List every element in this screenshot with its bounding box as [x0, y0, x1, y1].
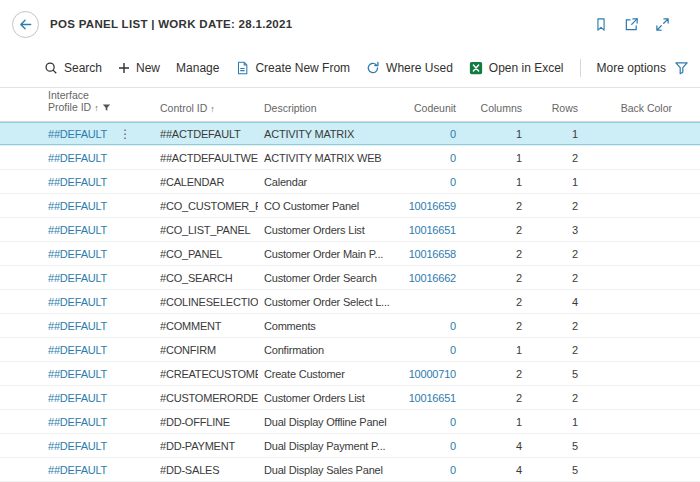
create-new-from-label: Create New From — [255, 61, 350, 75]
back-button[interactable] — [12, 11, 39, 38]
more-options-button[interactable]: More options — [589, 56, 674, 80]
profile-id-link[interactable]: ##DEFAULT — [48, 440, 107, 452]
table-row[interactable]: ##DEFAULT ⋮ #COLINESELECTION Customer Or… — [0, 290, 700, 314]
page-header-icons — [594, 17, 670, 32]
column-header-description[interactable]: Description — [258, 102, 398, 121]
column-header-codeunit[interactable]: Codeunit — [398, 102, 464, 121]
interface-profile-id-cell: ##DEFAULT ⋮ — [42, 440, 154, 452]
sort-asc-icon: ↑ — [94, 103, 99, 113]
codeunit-link[interactable]: 10016658 — [398, 248, 464, 260]
row-menu-icon[interactable]: ⋮ — [119, 128, 131, 140]
profile-id-link[interactable]: ##DEFAULT — [48, 224, 107, 236]
codeunit-link[interactable]: 0 — [398, 440, 464, 452]
interface-profile-id-cell: ##DEFAULT ⋮ — [42, 152, 154, 164]
profile-id-link[interactable]: ##DEFAULT — [48, 416, 107, 428]
pos-panel-table: Interface Profile ID↑ Control ID↑ Descri… — [0, 88, 700, 482]
profile-id-link[interactable]: ##DEFAULT — [48, 464, 107, 476]
column-header-rows[interactable]: Rows — [530, 102, 586, 121]
new-button[interactable]: New — [110, 56, 168, 80]
table-row[interactable]: ##DEFAULT ⋮ #DD-SALES Dual Display Sales… — [0, 458, 700, 482]
codeunit-link[interactable]: 10000710 — [398, 368, 464, 380]
column-header-columns[interactable]: Columns — [464, 102, 530, 121]
codeunit-link[interactable]: 0 — [398, 176, 464, 188]
columns-cell: 4 — [464, 440, 530, 452]
control-id-cell: #DD-PAYMENT — [154, 440, 258, 452]
codeunit-link[interactable]: 0 — [398, 344, 464, 356]
interface-profile-id-cell: ##DEFAULT ⋮ — [42, 296, 154, 308]
toolbar-separator — [580, 59, 581, 77]
table-row[interactable]: ##DEFAULT ⋮ #CO_CUSTOMER_PANEL CO Custom… — [0, 194, 700, 218]
excel-icon — [469, 61, 483, 75]
sort-asc-icon: ↑ — [210, 104, 215, 114]
codeunit-link[interactable]: 0 — [398, 128, 464, 140]
profile-id-link[interactable]: ##DEFAULT — [48, 344, 107, 356]
columns-cell: 1 — [464, 416, 530, 428]
interface-profile-id-cell: ##DEFAULT ⋮ — [42, 464, 154, 476]
table-row[interactable]: ##DEFAULT ⋮ #CUSTOMERORDERLIST Customer … — [0, 386, 700, 410]
table-row[interactable]: ##DEFAULT ⋮ #CONFIRM Confirmation 0 1 2 — [0, 338, 700, 362]
profile-id-link[interactable]: ##DEFAULT — [48, 392, 107, 404]
codeunit-link[interactable]: 10016662 — [398, 272, 464, 284]
profile-id-link[interactable]: ##DEFAULT — [48, 152, 107, 164]
expand-icon[interactable] — [655, 17, 670, 32]
columns-cell: 1 — [464, 176, 530, 188]
column-header-control-id[interactable]: Control ID↑ — [154, 102, 258, 121]
control-id-cell: #CUSTOMERORDERLIST — [154, 392, 258, 404]
table-row[interactable]: ##DEFAULT ⋮ #CO_PANEL Customer Order Mai… — [0, 242, 700, 266]
profile-id-link[interactable]: ##DEFAULT — [48, 176, 107, 188]
table-row[interactable]: ##DEFAULT ⋮ #CO_LIST_PANEL Customer Orde… — [0, 218, 700, 242]
control-id-cell: #DD-SALES — [154, 464, 258, 476]
table-row[interactable]: ##DEFAULT ⋮ #CALENDAR Calendar 0 1 1 — [0, 170, 700, 194]
back-arrow-icon — [18, 17, 33, 32]
codeunit-link[interactable]: 10016651 — [398, 224, 464, 236]
rows-cell: 2 — [530, 320, 586, 332]
table-row[interactable]: ##DEFAULT ⋮ #DD-PAYMENT Dual Display Pay… — [0, 434, 700, 458]
profile-id-link[interactable]: ##DEFAULT — [48, 128, 107, 140]
column-header-back-color[interactable]: Back Color — [586, 102, 700, 121]
table-row[interactable]: ##DEFAULT ⋮ ##ACTDEFAULTWEB ACTIVITY MAT… — [0, 146, 700, 170]
control-id-cell: #CALENDAR — [154, 176, 258, 188]
interface-profile-id-cell: ##DEFAULT ⋮ — [42, 320, 154, 332]
codeunit-link[interactable]: 0 — [398, 320, 464, 332]
where-used-button[interactable]: Where Used — [358, 56, 461, 80]
interface-profile-id-cell: ##DEFAULT ⋮ — [42, 200, 154, 212]
table-row[interactable]: ##DEFAULT ⋮ ##ACTDEFAULT ACTIVITY MATRIX… — [0, 122, 700, 146]
open-in-excel-button[interactable]: Open in Excel — [461, 56, 572, 80]
manage-button[interactable]: Manage — [168, 56, 227, 80]
profile-id-link[interactable]: ##DEFAULT — [48, 272, 107, 284]
columns-cell: 2 — [464, 368, 530, 380]
table-row[interactable]: ##DEFAULT ⋮ #CO_SEARCH Customer Order Se… — [0, 266, 700, 290]
table-row[interactable]: ##DEFAULT ⋮ #COMMENT Comments 0 2 2 — [0, 314, 700, 338]
filter-icon[interactable] — [674, 60, 689, 75]
column-header-interface-profile-id[interactable]: Interface Profile ID↑ — [42, 89, 154, 121]
control-id-cell: #CO_PANEL — [154, 248, 258, 260]
profile-id-link[interactable]: ##DEFAULT — [48, 296, 107, 308]
codeunit-link[interactable]: 10016659 — [398, 200, 464, 212]
create-new-from-button[interactable]: Create New From — [227, 56, 358, 80]
search-button[interactable]: Search — [36, 56, 110, 80]
codeunit-link[interactable]: 0 — [398, 416, 464, 428]
codeunit-link[interactable]: 0 — [398, 464, 464, 476]
profile-id-link[interactable]: ##DEFAULT — [48, 368, 107, 380]
rows-cell: 4 — [530, 296, 586, 308]
rows-cell: 3 — [530, 224, 586, 236]
profile-id-link[interactable]: ##DEFAULT — [48, 320, 107, 332]
description-cell: Dual Display Payment P... — [258, 440, 398, 452]
create-new-from-icon — [235, 61, 249, 75]
description-cell: CO Customer Panel — [258, 200, 398, 212]
codeunit-link[interactable]: 10016651 — [398, 392, 464, 404]
control-id-cell: #DD-OFFLINE — [154, 416, 258, 428]
control-id-cell: #CONFIRM — [154, 344, 258, 356]
profile-id-link[interactable]: ##DEFAULT — [48, 248, 107, 260]
bookmark-icon[interactable] — [594, 17, 608, 32]
table-row[interactable]: ##DEFAULT ⋮ #DD-OFFLINE Dual Display Off… — [0, 410, 700, 434]
app-window: POS PANEL LIST | WORK DATE: 28.1.2021 Se… — [0, 0, 700, 482]
control-id-cell: #CO_LIST_PANEL — [154, 224, 258, 236]
description-cell: Comments — [258, 320, 398, 332]
table-row[interactable]: ##DEFAULT ⋮ #CREATECUSTOMER Create Custo… — [0, 362, 700, 386]
profile-id-link[interactable]: ##DEFAULT — [48, 200, 107, 212]
popout-icon[interactable] — [624, 17, 639, 32]
search-label: Search — [64, 61, 102, 75]
description-cell: Customer Order Select L... — [258, 296, 398, 308]
codeunit-link[interactable]: 0 — [398, 152, 464, 164]
